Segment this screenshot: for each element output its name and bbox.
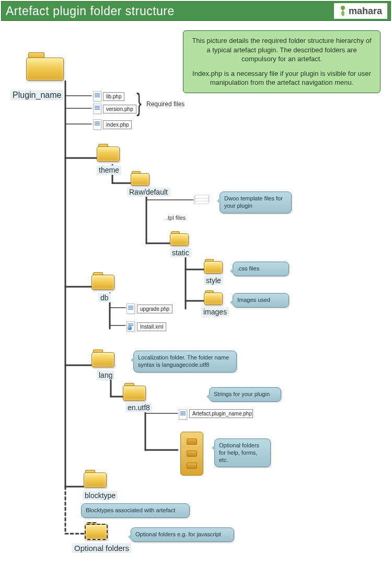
folder-icon bbox=[123, 383, 146, 401]
file-label-lib: lib.php bbox=[103, 92, 124, 101]
callout-css: .css files bbox=[233, 262, 289, 276]
page-title: Artefact plugin folder structure bbox=[6, 4, 175, 18]
file-label-index: index.php bbox=[103, 120, 132, 129]
folder-icon bbox=[84, 470, 107, 488]
info-p2: Index.php is a necessary file if your pl… bbox=[190, 69, 374, 87]
file-icon bbox=[93, 119, 101, 130]
logo-text: mahara bbox=[349, 6, 382, 17]
brace-icon: } bbox=[136, 90, 142, 115]
file-label-install: Install.xml bbox=[137, 322, 166, 331]
mahara-icon bbox=[339, 5, 347, 17]
label-blocktype: blocktype bbox=[83, 491, 118, 500]
file-icon bbox=[179, 409, 187, 420]
callout-images: Images used bbox=[233, 293, 289, 308]
callout-strings: Strings for your plugin bbox=[209, 387, 281, 402]
folder-icon bbox=[91, 272, 114, 290]
svg-point-0 bbox=[341, 6, 345, 10]
stack-icon bbox=[194, 194, 208, 205]
label-style: style bbox=[204, 276, 223, 285]
info-box: This picture details the required folder… bbox=[183, 30, 381, 93]
label-optional-folders: Optional folders bbox=[72, 543, 131, 553]
callout-localization: Localization folder. The folder name syn… bbox=[133, 351, 237, 373]
header-bar: Artefact plugin folder structure mahara bbox=[1, 1, 391, 21]
file-icon bbox=[93, 104, 101, 114]
callout-optional-help: Optional folders for help, forms, etc. bbox=[214, 438, 271, 467]
label-raw-default: Raw/default bbox=[127, 187, 170, 197]
file-label-upgrade: upgrade.php bbox=[137, 305, 172, 313]
label-tpl: .tpl files bbox=[166, 215, 186, 221]
logo: mahara bbox=[334, 3, 387, 19]
multi-folder-icon bbox=[180, 432, 203, 476]
folder-icon bbox=[204, 290, 223, 305]
folder-icon bbox=[170, 231, 189, 246]
file-icon bbox=[126, 321, 135, 332]
label-enutf8: en.utf8 bbox=[125, 403, 152, 412]
label-plugin-name: Plugin_name bbox=[10, 90, 63, 100]
folder-icon bbox=[97, 144, 120, 162]
label-theme: theme bbox=[97, 165, 121, 175]
folder-icon-optional bbox=[85, 522, 108, 540]
label-images: images bbox=[201, 307, 229, 317]
file-icon bbox=[126, 303, 135, 314]
folder-icon bbox=[204, 259, 223, 274]
label-db: db bbox=[98, 293, 111, 302]
file-label-artefactphp: Artefact.plugin_name.php bbox=[189, 409, 253, 418]
callout-dwoo: Dwoo template files for your plugin bbox=[220, 192, 292, 213]
info-p1: This picture details the required folder… bbox=[190, 36, 374, 64]
file-icon bbox=[93, 91, 101, 102]
folder-icon bbox=[26, 52, 64, 81]
diagram-canvas: Artefact plugin folder structure mahara … bbox=[0, 0, 392, 563]
folder-icon bbox=[91, 350, 114, 367]
folder-icon bbox=[131, 171, 149, 186]
label-required-files: Required files bbox=[146, 100, 185, 108]
label-static: static bbox=[170, 248, 191, 257]
callout-optional-js: Optional folders e.g. for javascript bbox=[131, 527, 234, 542]
callout-blocktypes: Blocktypes associated with artefact bbox=[81, 503, 190, 518]
file-label-version: version.php bbox=[103, 105, 136, 114]
label-lang: lang bbox=[97, 370, 114, 380]
